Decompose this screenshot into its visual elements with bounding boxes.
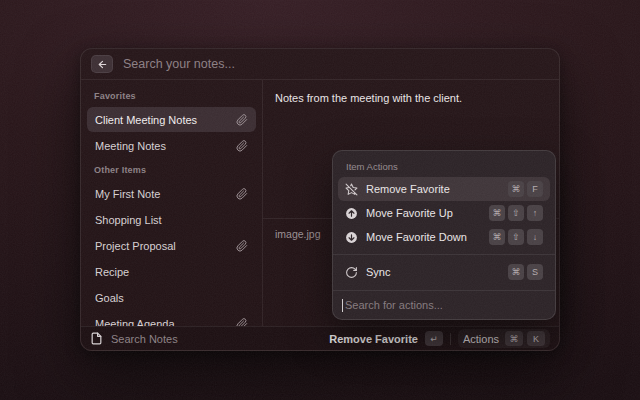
cmd-key-badge: ⌘ xyxy=(489,229,505,245)
note-title: Goals xyxy=(95,292,124,304)
section-header-favorites: Favorites xyxy=(87,90,256,102)
action-move-favorite-down[interactable]: Move Favorite Down ⌘ ⇧ ↓ xyxy=(338,225,550,249)
popup-group-sync: Sync ⌘ S xyxy=(333,260,555,284)
back-button[interactable] xyxy=(91,55,113,73)
text-cursor xyxy=(342,299,343,312)
note-title: Recipe xyxy=(95,266,129,278)
paperclip-icon xyxy=(236,240,248,252)
note-item-goals[interactable]: Goals xyxy=(87,285,256,310)
note-title: Meeting Agenda xyxy=(95,318,175,327)
arrow-up-circle-icon xyxy=(345,207,358,220)
action-sync[interactable]: Sync ⌘ S xyxy=(338,260,550,284)
note-item-meeting-agenda[interactable]: Meeting Agenda xyxy=(87,311,256,326)
action-move-favorite-up[interactable]: Move Favorite Up ⌘ ⇧ ↑ xyxy=(338,201,550,225)
popup-divider xyxy=(333,254,555,255)
note-title: Meeting Notes xyxy=(95,140,166,152)
k-key-badge: K xyxy=(527,331,545,346)
notes-list: Favorites Client Meeting Notes Meeting N… xyxy=(81,80,263,326)
paperclip-icon xyxy=(236,114,248,126)
actions-search-input[interactable]: Search for actions... xyxy=(333,290,555,319)
arrow-up-key-badge: ↑ xyxy=(527,205,543,221)
paperclip-icon xyxy=(236,140,248,152)
status-bar-actions: Remove Favorite ↵ Actions ⌘ K xyxy=(329,329,550,348)
action-label: Move Favorite Up xyxy=(366,207,453,219)
primary-action-label[interactable]: Remove Favorite xyxy=(329,333,418,345)
actions-search-placeholder: Search for actions... xyxy=(345,299,443,311)
action-label: Remove Favorite xyxy=(366,183,450,195)
actions-button-label: Actions xyxy=(463,333,499,345)
shortcut-keys: ⌘ ⇧ ↑ xyxy=(489,205,543,221)
item-actions-popup: Item Actions Remove Favorite ⌘ F Move Fa… xyxy=(332,150,556,320)
note-document-icon xyxy=(90,332,103,345)
status-bar-divider xyxy=(450,333,451,345)
command-name: Search Notes xyxy=(111,333,178,345)
notes-search-input[interactable] xyxy=(123,57,549,71)
note-item-shopping-list[interactable]: Shopping List xyxy=(87,207,256,232)
action-label: Move Favorite Down xyxy=(366,231,467,243)
arrow-down-circle-icon xyxy=(345,231,358,244)
note-item-recipe[interactable]: Recipe xyxy=(87,259,256,284)
f-key-badge: F xyxy=(527,181,543,197)
cmd-key-badge: ⌘ xyxy=(508,181,524,197)
paperclip-icon xyxy=(236,318,248,327)
arrow-down-key-badge: ↓ xyxy=(527,229,543,245)
popup-title: Item Actions xyxy=(333,151,555,177)
note-item-project-proposal[interactable]: Project Proposal xyxy=(87,233,256,258)
action-label: Sync xyxy=(366,266,390,278)
note-title: Shopping List xyxy=(95,214,162,226)
shift-key-badge: ⇧ xyxy=(508,229,524,245)
note-item-client-meeting-notes[interactable]: Client Meeting Notes xyxy=(87,107,256,132)
sync-icon xyxy=(345,266,358,279)
paperclip-icon xyxy=(236,188,248,200)
enter-key-badge: ↵ xyxy=(425,331,443,346)
note-item-my-first-note[interactable]: My First Note xyxy=(87,181,256,206)
s-key-badge: S xyxy=(527,264,543,280)
arrow-left-icon xyxy=(97,59,108,70)
note-title: My First Note xyxy=(95,188,160,200)
shortcut-keys: ⌘ ⇧ ↓ xyxy=(489,229,543,245)
cmd-key-badge: ⌘ xyxy=(505,331,523,346)
shortcut-keys: ⌘ F xyxy=(508,181,543,197)
cmd-key-badge: ⌘ xyxy=(508,264,524,280)
popup-group-favorites: Remove Favorite ⌘ F Move Favorite Up ⌘ ⇧… xyxy=(333,177,555,249)
action-remove-favorite[interactable]: Remove Favorite ⌘ F xyxy=(338,177,550,201)
desktop: Favorites Client Meeting Notes Meeting N… xyxy=(0,0,640,400)
shift-key-badge: ⇧ xyxy=(508,205,524,221)
status-bar: Search Notes Remove Favorite ↵ Actions ⌘… xyxy=(81,326,559,350)
shortcut-keys: ⌘ S xyxy=(508,264,543,280)
top-search-bar xyxy=(81,49,559,80)
star-off-icon xyxy=(345,183,358,196)
note-item-meeting-notes[interactable]: Meeting Notes xyxy=(87,133,256,158)
note-title: Client Meeting Notes xyxy=(95,114,197,126)
cmd-key-badge: ⌘ xyxy=(489,205,505,221)
actions-button[interactable]: Actions ⌘ K xyxy=(458,329,550,348)
note-title: Project Proposal xyxy=(95,240,176,252)
section-header-other-items: Other Items xyxy=(87,164,256,176)
